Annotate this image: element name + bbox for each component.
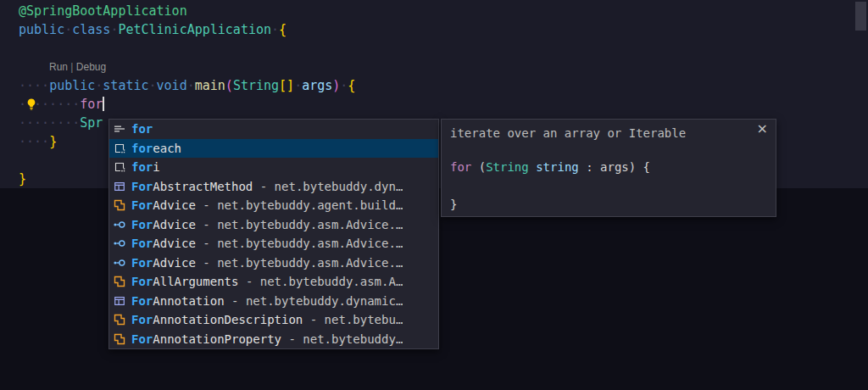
suggest-list: forforeachforiForAbstractMethod - net.by…	[109, 120, 438, 348]
code-token: void	[157, 78, 187, 93]
suggestion-item[interactable]: ForAnnotationDescription - net.bytebu…	[109, 310, 438, 330]
code-token: args	[302, 78, 332, 93]
suggestion-match-text: For	[131, 275, 153, 288]
suggestion-label: ForAdvice	[131, 218, 196, 231]
code-token: @SpringBootApplication	[19, 3, 187, 19]
snippet-icon	[113, 142, 126, 155]
editor-root: @SpringBootApplicationpublic·class·PetCl…	[0, 0, 868, 390]
suggestion-item[interactable]: ForAdvice - net.bytebuddy.asm.Advice.…	[109, 215, 438, 235]
struct-icon	[113, 180, 126, 193]
docs-closing-brace: }	[450, 196, 457, 213]
suggestion-label: ForAnnotationDescription	[131, 313, 303, 326]
suggestion-match-text: for	[131, 122, 153, 136]
docs-code-line: for (String string : args) {	[450, 159, 650, 176]
docs-code-token	[529, 160, 536, 174]
code-token: )	[332, 78, 340, 93]
whitespace-dots: ····	[19, 134, 49, 149]
code-token: public	[49, 78, 95, 93]
suggestion-match-text: For	[131, 218, 153, 231]
code-token: }	[19, 171, 26, 187]
suggestion-label: foreach	[131, 142, 181, 155]
suggestion-match-text: For	[131, 313, 153, 326]
docs-code-token: String	[486, 160, 529, 174]
docs-code-token: ) {	[629, 160, 650, 174]
suggestion-match-text: For	[131, 180, 153, 193]
docs-code-token: :	[579, 160, 600, 174]
suggestion-rest-text: each	[153, 142, 181, 155]
whitespace-dots: ·	[271, 22, 279, 37]
whitespace-dots: ·	[187, 78, 195, 93]
whitespace-dots: ········	[19, 115, 80, 131]
code-token: Spr	[80, 115, 103, 131]
code-line: public·class·PetClinicApplication·{	[19, 20, 287, 39]
suggestion-rest-text: AllArguments	[153, 275, 238, 288]
suggestion-description: - net.bytebuddy…	[281, 332, 403, 346]
suggestion-rest-text: Advice	[153, 237, 196, 250]
code-token: static	[103, 78, 148, 93]
interface-icon	[113, 256, 126, 270]
whitespace-dots: ·	[95, 78, 103, 93]
suggestion-rest-text: AnnotationDescription	[153, 313, 303, 326]
suggestion-item[interactable]: ForAdvice - net.bytebuddy.agent.build…	[109, 196, 438, 215]
code-token: PetClinicApplication	[118, 22, 271, 37]
keyword-icon	[113, 122, 126, 136]
suggestion-rest-text: AbstractMethod	[153, 180, 253, 193]
suggestion-item[interactable]: ForAdvice - net.bytebuddy.asm.Advice.…	[109, 234, 438, 254]
suggestion-match-text: For	[131, 198, 153, 212]
class-icon	[113, 275, 126, 288]
suggestion-label: ForAdvice	[131, 256, 196, 270]
quick-fix-lightbulb-icon[interactable]	[25, 98, 38, 111]
suggestion-match-text: For	[131, 237, 153, 250]
suggestion-item[interactable]: fori	[109, 158, 438, 177]
docs-code-token: (	[471, 160, 486, 174]
code-token: []	[279, 78, 294, 93]
code-token: class	[72, 22, 110, 37]
whitespace-dots: ·	[340, 78, 348, 93]
suggestion-item[interactable]: for	[109, 120, 438, 139]
class-icon	[113, 313, 126, 326]
codelens-debug-link[interactable]: Debug	[76, 61, 106, 73]
interface-icon	[113, 237, 126, 250]
docs-code-token: string	[536, 160, 579, 174]
suggestion-item[interactable]: ForAnnotation - net.bytebuddy.dynamic…	[109, 292, 438, 311]
close-icon[interactable]: ×	[757, 121, 768, 136]
suggestion-match-text: For	[131, 256, 153, 270]
code-line: ········Spr	[19, 114, 103, 132]
suggestion-rest-text: Advice	[153, 218, 196, 231]
code-line: }	[19, 170, 26, 188]
docs-code-token: args	[600, 160, 629, 174]
whitespace-dots: ·	[294, 78, 302, 93]
whitespace-dots: ·	[64, 22, 72, 37]
suggestion-label: fori	[131, 160, 160, 174]
suggestion-description: - net.bytebuddy.asm.Advice.…	[196, 256, 403, 270]
suggestion-item[interactable]: ForAbstractMethod - net.bytebuddy.dyn…	[109, 177, 438, 197]
suggestion-label: for	[131, 122, 153, 136]
code-token: (	[225, 78, 233, 93]
suggestion-match-text: for	[131, 142, 153, 155]
code-token: main	[195, 78, 225, 93]
code-line: ····}	[19, 132, 57, 151]
suggestion-label: ForAllArguments	[131, 275, 238, 288]
codelens-separator: |	[68, 61, 76, 73]
suggestion-rest-text: Advice	[153, 198, 196, 212]
suggestion-description: - net.bytebuddy.asm.Advice.…	[196, 237, 403, 250]
suggestion-description: - net.bytebuddy.agent.build…	[196, 198, 403, 212]
struct-icon	[113, 294, 126, 308]
suggestion-item[interactable]: foreach	[109, 139, 438, 159]
suggestion-description: - net.bytebuddy.asm.A…	[238, 275, 403, 288]
suggestion-item[interactable]: ForAdvice - net.bytebuddy.asm.Advice.…	[109, 254, 438, 273]
class-icon	[113, 332, 126, 346]
suggestion-description: - net.bytebuddy.dyn…	[253, 180, 403, 193]
suggestion-rest-text: AnnotationProperty	[153, 332, 281, 346]
codelens-run-link[interactable]: Run	[49, 61, 68, 73]
suggestion-match-text: For	[131, 332, 153, 346]
whitespace-dots: ·	[149, 78, 157, 93]
code-token: for	[80, 97, 103, 112]
suggestion-description: - net.bytebuddy.asm.Advice.…	[196, 218, 403, 231]
interface-icon	[113, 218, 126, 231]
suggestion-item[interactable]: ForAllArguments - net.bytebuddy.asm.A…	[109, 272, 438, 292]
suggestion-label: ForAnnotation	[131, 294, 225, 308]
suggestion-item[interactable]: ForAnnotationProperty - net.bytebuddy…	[109, 330, 438, 349]
suggestion-description: - net.bytebu…	[303, 313, 403, 326]
suggestion-rest-text: i	[153, 160, 159, 174]
